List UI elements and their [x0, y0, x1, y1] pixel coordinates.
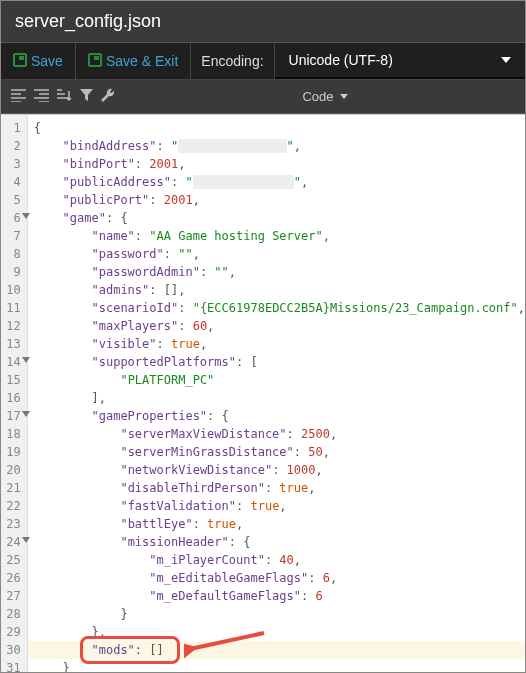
- wrench-icon[interactable]: [101, 88, 115, 105]
- sort-icon[interactable]: [57, 88, 72, 105]
- token-p: ,: [200, 337, 207, 351]
- indent-left-icon[interactable]: [11, 88, 26, 105]
- token-p: :: [157, 139, 171, 153]
- line-number: 7: [1, 227, 27, 245]
- token-k: "fastValidation": [120, 499, 236, 513]
- token-p: :: [178, 301, 192, 315]
- token-n: 60: [193, 319, 207, 333]
- token-p: : [: [236, 355, 258, 369]
- code-line[interactable]: "m_iPlayerCount": 40,: [34, 551, 525, 569]
- token-k: "visible": [92, 337, 157, 351]
- token-p: :: [287, 427, 301, 441]
- code-line[interactable]: "networkViewDistance": 1000,: [34, 461, 525, 479]
- token-p: ,: [193, 193, 200, 207]
- code-line[interactable]: "bindAddress": "xxxxxxxxxxxxxxx",: [34, 137, 525, 155]
- line-number: 19: [1, 443, 27, 461]
- line-number: 29: [1, 623, 27, 641]
- code-line[interactable]: "gameProperties": {: [34, 407, 525, 425]
- code-line[interactable]: ],: [34, 389, 525, 407]
- code-line[interactable]: "bindPort": 2001,: [34, 155, 525, 173]
- token-p: {: [34, 121, 41, 135]
- token-k: "m_eEditableGameFlags": [149, 571, 308, 585]
- code-line[interactable]: "supportedPlatforms": [: [34, 353, 525, 371]
- code-line[interactable]: "fastValidation": true,: [34, 497, 525, 515]
- token-p: ,: [178, 157, 185, 171]
- token-s: ": [287, 139, 294, 153]
- code-line[interactable]: "passwordAdmin": "",: [34, 263, 525, 281]
- code-line[interactable]: "publicAddress": "xxxxxxxxxxxxxx",: [34, 173, 525, 191]
- line-number: 3: [1, 155, 27, 173]
- token-k: "maxPlayers": [92, 319, 179, 333]
- token-k: "scenarioId": [92, 301, 179, 315]
- token-p: :: [265, 481, 279, 495]
- token-p: ,: [315, 463, 322, 477]
- line-number: 1: [1, 119, 27, 137]
- code-line[interactable]: "battlEye": true,: [34, 515, 525, 533]
- code-line[interactable]: "missionHeader": {: [34, 533, 525, 551]
- line-number: 16: [1, 389, 27, 407]
- token-p: :: [294, 445, 308, 459]
- code-line[interactable]: "admins": [],: [34, 281, 525, 299]
- token-p: :: [200, 265, 214, 279]
- code-line[interactable]: "game": {: [34, 209, 525, 227]
- line-number: 20: [1, 461, 27, 479]
- line-number: 6: [1, 209, 27, 227]
- code-line[interactable]: "serverMaxViewDistance": 2500,: [34, 425, 525, 443]
- code-line[interactable]: "scenarioId": "{ECC61978EDCC2B5A}Mission…: [34, 299, 525, 317]
- indent-right-icon[interactable]: [34, 88, 49, 105]
- token-p: :: [135, 157, 149, 171]
- code-editor[interactable]: 1234567891011121314151617181920212223242…: [1, 114, 525, 673]
- code-line[interactable]: "serverMinGrassDistance": 50,: [34, 443, 525, 461]
- code-line[interactable]: "name": "AA Game hosting Server",: [34, 227, 525, 245]
- line-number: 11: [1, 299, 27, 317]
- save-button[interactable]: Save: [1, 43, 76, 79]
- token-p: ,: [294, 553, 301, 567]
- code-line[interactable]: "publicPort": 2001,: [34, 191, 525, 209]
- token-p: :: [149, 193, 163, 207]
- code-line[interactable]: "PLATFORM_PC": [34, 371, 525, 389]
- code-area[interactable]: { "bindAddress": "xxxxxxxxxxxxxxx", "bin…: [28, 115, 525, 673]
- token-k: "game": [63, 211, 106, 225]
- filter-icon[interactable]: [80, 88, 93, 105]
- encoding-label: Encoding:: [191, 43, 274, 79]
- token-k: "mods": [92, 643, 135, 657]
- floppy-icon: [13, 53, 27, 70]
- token-p: :: [193, 517, 207, 531]
- code-line[interactable]: "disableThirdPerson": true,: [34, 479, 525, 497]
- token-b: true: [279, 481, 308, 495]
- save-exit-button[interactable]: Save & Exit: [76, 43, 191, 79]
- code-line[interactable]: {: [34, 119, 525, 137]
- token-k: "bindPort": [63, 157, 135, 171]
- token-k: "publicAddress": [63, 175, 171, 189]
- line-number: 31: [1, 659, 27, 673]
- code-line[interactable]: "visible": true,: [34, 335, 525, 353]
- token-p: ,: [330, 427, 337, 441]
- token-p: :: [171, 175, 185, 189]
- token-p: :: [308, 571, 322, 585]
- encoding-select[interactable]: Unicode (UTF-8): [275, 43, 525, 79]
- token-p: : {: [229, 535, 251, 549]
- code-line[interactable]: "m_eEditableGameFlags": 6,: [34, 569, 525, 587]
- token-b: true: [207, 517, 236, 531]
- token-s: ": [294, 175, 301, 189]
- line-number: 27: [1, 587, 27, 605]
- token-p: ,: [236, 517, 243, 531]
- token-k: "battlEye": [120, 517, 192, 531]
- token-p: ,: [193, 247, 200, 261]
- token-s: "AA Game hosting Server": [149, 229, 322, 243]
- code-line[interactable]: "m_eDefaultGameFlags": 6: [34, 587, 525, 605]
- code-line[interactable]: "password": "",: [34, 245, 525, 263]
- code-line[interactable]: }: [34, 659, 525, 673]
- token-p: :: [135, 229, 149, 243]
- code-line[interactable]: }: [34, 605, 525, 623]
- token-k: "missionHeader": [120, 535, 228, 549]
- code-line[interactable]: },: [34, 623, 525, 641]
- view-mode-label: Code: [302, 89, 333, 104]
- view-mode-select[interactable]: Code: [125, 89, 525, 104]
- token-k: "supportedPlatforms": [92, 355, 237, 369]
- code-line[interactable]: "mods": []: [34, 641, 525, 659]
- code-line[interactable]: "maxPlayers": 60,: [34, 317, 525, 335]
- token-n: 6: [315, 589, 322, 603]
- token-k: "serverMinGrassDistance": [120, 445, 293, 459]
- chevron-down-icon: [340, 94, 348, 99]
